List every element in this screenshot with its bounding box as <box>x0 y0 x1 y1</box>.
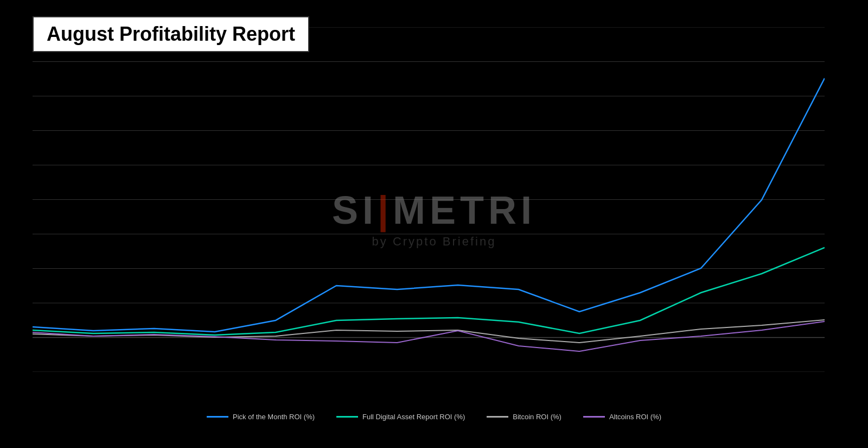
legend-item-pick: Pick of the Month ROI (%) <box>207 413 315 421</box>
legend-line-full <box>336 416 358 418</box>
watermark-sub: by Crypto Briefing <box>332 234 536 248</box>
legend-line-btc <box>487 416 508 418</box>
legend-label-pick: Pick of the Month ROI (%) <box>233 413 315 421</box>
legend-label-alt: Altcoins ROI (%) <box>609 413 661 421</box>
chart-legend: Pick of the Month ROI (%) Full Digital A… <box>0 413 868 421</box>
legend-label-btc: Bitcoin ROI (%) <box>513 413 561 421</box>
watermark: SI|METRI by Crypto Briefing <box>332 187 536 248</box>
legend-line-alt <box>583 416 605 418</box>
title-box: August Profitability Report <box>33 16 309 52</box>
chart-container: August Profitability Report SI|METRI by … <box>0 0 868 448</box>
legend-item-alt: Altcoins ROI (%) <box>583 413 661 421</box>
watermark-logo: SI|METRI <box>332 187 536 232</box>
legend-item-btc: Bitcoin ROI (%) <box>487 413 561 421</box>
chart-title: August Profitability Report <box>47 23 295 46</box>
legend-item-full: Full Digital Asset Report ROI (%) <box>336 413 465 421</box>
legend-label-full: Full Digital Asset Report ROI (%) <box>362 413 465 421</box>
legend-line-pick <box>207 416 228 418</box>
